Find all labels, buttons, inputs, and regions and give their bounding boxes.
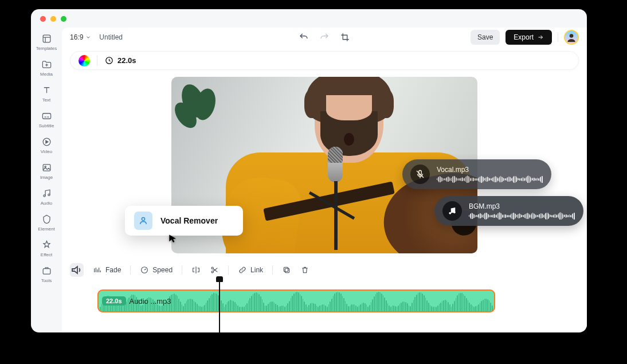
svg-rect-1 — [42, 113, 50, 119]
nav-image[interactable]: Image — [33, 160, 60, 182]
window-controls — [40, 16, 66, 22]
nav-video[interactable]: Video — [33, 134, 60, 156]
copy-icon — [282, 265, 291, 275]
audio-icon — [41, 188, 52, 199]
media-icon — [41, 59, 52, 70]
chevron-down-icon — [85, 34, 91, 40]
svg-rect-18 — [284, 267, 288, 271]
svg-point-12 — [449, 212, 451, 214]
svg-point-5 — [43, 195, 45, 197]
mic-muted-icon — [410, 165, 430, 184]
speed-button[interactable]: Speed — [140, 265, 173, 275]
svg-point-15 — [211, 267, 213, 269]
split-left-button[interactable] — [191, 265, 201, 275]
subtitle-icon — [41, 111, 52, 122]
avatar-icon — [566, 32, 577, 43]
delete-button[interactable] — [300, 265, 309, 275]
track-name: Vocal.mp3 — [437, 166, 543, 174]
color-picker[interactable] — [79, 55, 90, 66]
speed-label: Speed — [152, 266, 173, 274]
fade-icon — [93, 265, 102, 275]
redo-icon[interactable] — [319, 32, 330, 42]
nav-label: Effect — [41, 252, 52, 257]
image-icon — [41, 162, 52, 173]
duration-value: 22.0s — [117, 56, 136, 65]
nav-label: Media — [40, 72, 53, 77]
copy-button[interactable] — [282, 265, 291, 275]
svg-point-13 — [453, 212, 456, 214]
cursor-icon — [167, 233, 179, 247]
effect-icon — [41, 240, 52, 251]
nav-label: Templates — [36, 46, 57, 51]
minimize-dot[interactable] — [50, 16, 56, 22]
close-dot[interactable] — [40, 16, 46, 22]
link-button[interactable]: Link — [238, 265, 263, 275]
clip-filename: Audio ...mp3 — [130, 297, 171, 306]
templates-icon — [41, 33, 52, 44]
nav-sidebar: Templates Media Text Subtitle Video Imag… — [31, 28, 62, 332]
waveform-mini — [469, 212, 575, 220]
audio-clip[interactable]: 22.0s Audio ...mp3 — [97, 289, 495, 312]
undo-icon[interactable] — [299, 32, 309, 42]
canvas: Vocal Remover Vocal.mp3 BGM.mp3 — [62, 70, 587, 260]
info-bar: 22.0s — [70, 51, 579, 70]
speed-icon — [140, 265, 149, 275]
user-avatar[interactable] — [564, 30, 579, 45]
person-icon — [134, 212, 152, 230]
nav-templates[interactable]: Templates — [33, 31, 60, 53]
vocal-track-toast: Vocal.mp3 — [402, 159, 551, 189]
fade-label: Fade — [105, 266, 121, 274]
svg-point-6 — [48, 194, 49, 195]
nav-label: Subtitle — [39, 123, 54, 128]
svg-point-8 — [570, 34, 574, 38]
cut-button[interactable] — [210, 265, 219, 275]
element-icon — [41, 214, 52, 225]
scissors-icon — [210, 265, 219, 275]
zoom-dot[interactable] — [61, 16, 66, 22]
aspect-selector[interactable]: 16:9 — [70, 33, 91, 41]
nav-label: Tools — [41, 278, 52, 283]
nav-subtitle[interactable]: Subtitle — [33, 108, 60, 131]
text-icon — [41, 85, 52, 96]
nav-tools[interactable]: Tools — [33, 263, 60, 285]
nav-text[interactable]: Text — [33, 83, 60, 105]
aspect-value: 16:9 — [70, 33, 83, 41]
duration-display: 22.0s — [104, 56, 136, 65]
arrow-right-icon — [537, 34, 544, 41]
waveform-mini — [437, 175, 543, 183]
music-note-icon — [442, 201, 462, 221]
nav-label: Audio — [41, 201, 52, 206]
nav-label: Video — [41, 149, 52, 154]
track-name: BGM.mp3 — [469, 202, 575, 210]
nav-media[interactable]: Media — [33, 57, 60, 79]
svg-point-10 — [142, 218, 144, 221]
timeline[interactable]: 22.0s Audio ...mp3 — [62, 279, 587, 332]
split-icon — [191, 265, 201, 275]
vocal-remover-popup[interactable]: Vocal Remover — [125, 206, 243, 236]
project-title[interactable]: Untitled — [99, 33, 123, 41]
top-bar: 16:9 Untitled Save Export — [62, 28, 587, 48]
tools-icon — [41, 265, 52, 276]
nav-element[interactable]: Element — [33, 212, 60, 234]
svg-rect-7 — [43, 269, 50, 275]
nav-label: Image — [40, 175, 53, 180]
volume-button[interactable] — [70, 263, 84, 277]
svg-rect-3 — [43, 165, 50, 171]
playhead[interactable] — [219, 277, 220, 332]
crop-icon[interactable] — [340, 32, 350, 42]
svg-point-16 — [211, 271, 213, 273]
nav-label: Element — [38, 226, 54, 232]
svg-rect-0 — [43, 35, 50, 42]
video-icon — [41, 136, 52, 147]
clip-toolbar: Fade Speed Link — [62, 260, 587, 279]
nav-audio[interactable]: Audio — [33, 186, 60, 208]
popup-label: Vocal Remover — [160, 216, 218, 225]
svg-rect-17 — [285, 268, 289, 272]
save-button[interactable]: Save — [471, 30, 500, 45]
export-button[interactable]: Export — [505, 30, 552, 45]
clock-icon — [104, 56, 114, 65]
fade-button[interactable]: Fade — [93, 265, 121, 275]
trash-icon — [300, 265, 309, 275]
nav-effect[interactable]: Effect — [33, 237, 60, 260]
link-label: Link — [250, 266, 263, 274]
